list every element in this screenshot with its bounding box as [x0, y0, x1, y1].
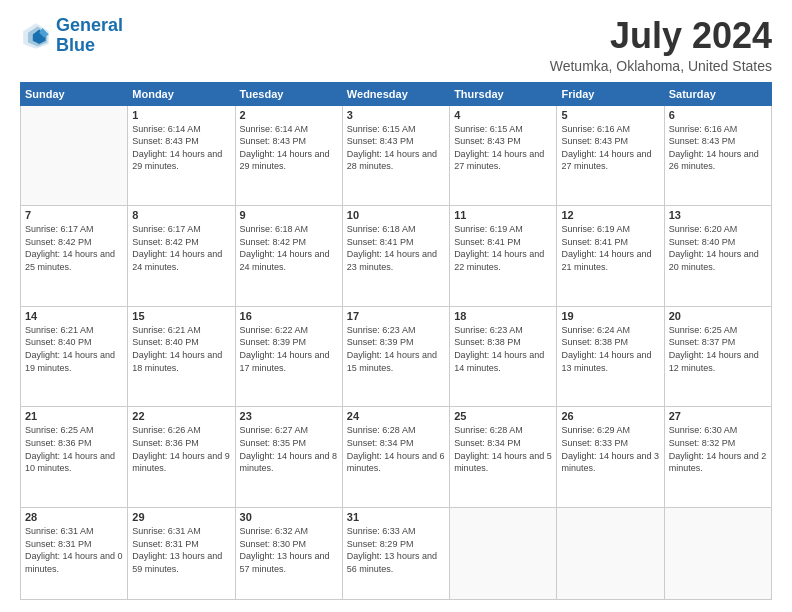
logo-line1: General [56, 15, 123, 35]
day-cell: 15Sunrise: 6:21 AM Sunset: 8:40 PM Dayli… [128, 306, 235, 407]
day-info: Sunrise: 6:16 AM Sunset: 8:43 PM Dayligh… [669, 123, 767, 173]
day-cell: 30Sunrise: 6:32 AM Sunset: 8:30 PM Dayli… [235, 507, 342, 599]
day-cell [450, 507, 557, 599]
header: General Blue July 2024 Wetumka, Oklahoma… [20, 16, 772, 74]
day-info: Sunrise: 6:18 AM Sunset: 8:41 PM Dayligh… [347, 223, 445, 273]
week-row-1: 1Sunrise: 6:14 AM Sunset: 8:43 PM Daylig… [21, 105, 772, 206]
day-cell: 12Sunrise: 6:19 AM Sunset: 8:41 PM Dayli… [557, 206, 664, 307]
day-info: Sunrise: 6:27 AM Sunset: 8:35 PM Dayligh… [240, 424, 338, 474]
col-tuesday: Tuesday [235, 82, 342, 105]
week-row-2: 7Sunrise: 6:17 AM Sunset: 8:42 PM Daylig… [21, 206, 772, 307]
calendar: Sunday Monday Tuesday Wednesday Thursday… [20, 82, 772, 600]
col-saturday: Saturday [664, 82, 771, 105]
day-cell: 10Sunrise: 6:18 AM Sunset: 8:41 PM Dayli… [342, 206, 449, 307]
day-cell: 4Sunrise: 6:15 AM Sunset: 8:43 PM Daylig… [450, 105, 557, 206]
day-cell [557, 507, 664, 599]
day-number: 11 [454, 209, 552, 221]
day-info: Sunrise: 6:32 AM Sunset: 8:30 PM Dayligh… [240, 525, 338, 575]
day-number: 21 [25, 410, 123, 422]
logo-icon [20, 20, 52, 52]
day-number: 31 [347, 511, 445, 523]
day-number: 20 [669, 310, 767, 322]
day-number: 8 [132, 209, 230, 221]
col-thursday: Thursday [450, 82, 557, 105]
day-info: Sunrise: 6:31 AM Sunset: 8:31 PM Dayligh… [25, 525, 123, 575]
day-info: Sunrise: 6:28 AM Sunset: 8:34 PM Dayligh… [454, 424, 552, 474]
col-friday: Friday [557, 82, 664, 105]
day-info: Sunrise: 6:25 AM Sunset: 8:36 PM Dayligh… [25, 424, 123, 474]
day-number: 12 [561, 209, 659, 221]
day-cell: 29Sunrise: 6:31 AM Sunset: 8:31 PM Dayli… [128, 507, 235, 599]
day-cell: 7Sunrise: 6:17 AM Sunset: 8:42 PM Daylig… [21, 206, 128, 307]
day-info: Sunrise: 6:17 AM Sunset: 8:42 PM Dayligh… [132, 223, 230, 273]
day-cell: 8Sunrise: 6:17 AM Sunset: 8:42 PM Daylig… [128, 206, 235, 307]
day-number: 17 [347, 310, 445, 322]
day-number: 24 [347, 410, 445, 422]
day-number: 16 [240, 310, 338, 322]
day-info: Sunrise: 6:23 AM Sunset: 8:38 PM Dayligh… [454, 324, 552, 374]
day-info: Sunrise: 6:14 AM Sunset: 8:43 PM Dayligh… [240, 123, 338, 173]
day-cell: 9Sunrise: 6:18 AM Sunset: 8:42 PM Daylig… [235, 206, 342, 307]
day-cell: 25Sunrise: 6:28 AM Sunset: 8:34 PM Dayli… [450, 407, 557, 508]
subtitle: Wetumka, Oklahoma, United States [550, 58, 772, 74]
day-cell: 5Sunrise: 6:16 AM Sunset: 8:43 PM Daylig… [557, 105, 664, 206]
day-cell: 27Sunrise: 6:30 AM Sunset: 8:32 PM Dayli… [664, 407, 771, 508]
day-cell: 1Sunrise: 6:14 AM Sunset: 8:43 PM Daylig… [128, 105, 235, 206]
day-number: 9 [240, 209, 338, 221]
day-cell: 17Sunrise: 6:23 AM Sunset: 8:39 PM Dayli… [342, 306, 449, 407]
day-number: 27 [669, 410, 767, 422]
day-info: Sunrise: 6:21 AM Sunset: 8:40 PM Dayligh… [132, 324, 230, 374]
col-monday: Monday [128, 82, 235, 105]
day-cell: 26Sunrise: 6:29 AM Sunset: 8:33 PM Dayli… [557, 407, 664, 508]
week-row-3: 14Sunrise: 6:21 AM Sunset: 8:40 PM Dayli… [21, 306, 772, 407]
page: General Blue July 2024 Wetumka, Oklahoma… [0, 0, 792, 612]
day-info: Sunrise: 6:30 AM Sunset: 8:32 PM Dayligh… [669, 424, 767, 474]
day-cell: 13Sunrise: 6:20 AM Sunset: 8:40 PM Dayli… [664, 206, 771, 307]
calendar-header-row: Sunday Monday Tuesday Wednesday Thursday… [21, 82, 772, 105]
col-wednesday: Wednesday [342, 82, 449, 105]
logo: General Blue [20, 16, 123, 56]
day-info: Sunrise: 6:15 AM Sunset: 8:43 PM Dayligh… [454, 123, 552, 173]
day-info: Sunrise: 6:17 AM Sunset: 8:42 PM Dayligh… [25, 223, 123, 273]
day-info: Sunrise: 6:31 AM Sunset: 8:31 PM Dayligh… [132, 525, 230, 575]
day-cell: 19Sunrise: 6:24 AM Sunset: 8:38 PM Dayli… [557, 306, 664, 407]
day-info: Sunrise: 6:23 AM Sunset: 8:39 PM Dayligh… [347, 324, 445, 374]
day-number: 2 [240, 109, 338, 121]
day-number: 29 [132, 511, 230, 523]
main-title: July 2024 [550, 16, 772, 56]
title-block: July 2024 Wetumka, Oklahoma, United Stat… [550, 16, 772, 74]
day-info: Sunrise: 6:28 AM Sunset: 8:34 PM Dayligh… [347, 424, 445, 474]
day-number: 28 [25, 511, 123, 523]
day-info: Sunrise: 6:33 AM Sunset: 8:29 PM Dayligh… [347, 525, 445, 575]
day-info: Sunrise: 6:19 AM Sunset: 8:41 PM Dayligh… [561, 223, 659, 273]
day-number: 19 [561, 310, 659, 322]
day-number: 26 [561, 410, 659, 422]
day-info: Sunrise: 6:20 AM Sunset: 8:40 PM Dayligh… [669, 223, 767, 273]
day-number: 10 [347, 209, 445, 221]
day-number: 14 [25, 310, 123, 322]
logo-text: General Blue [56, 16, 123, 56]
logo-line2: Blue [56, 36, 123, 56]
day-info: Sunrise: 6:22 AM Sunset: 8:39 PM Dayligh… [240, 324, 338, 374]
day-number: 3 [347, 109, 445, 121]
day-info: Sunrise: 6:14 AM Sunset: 8:43 PM Dayligh… [132, 123, 230, 173]
day-cell: 14Sunrise: 6:21 AM Sunset: 8:40 PM Dayli… [21, 306, 128, 407]
day-cell: 18Sunrise: 6:23 AM Sunset: 8:38 PM Dayli… [450, 306, 557, 407]
day-cell [664, 507, 771, 599]
day-info: Sunrise: 6:24 AM Sunset: 8:38 PM Dayligh… [561, 324, 659, 374]
day-number: 23 [240, 410, 338, 422]
day-cell: 28Sunrise: 6:31 AM Sunset: 8:31 PM Dayli… [21, 507, 128, 599]
day-cell: 11Sunrise: 6:19 AM Sunset: 8:41 PM Dayli… [450, 206, 557, 307]
day-cell: 3Sunrise: 6:15 AM Sunset: 8:43 PM Daylig… [342, 105, 449, 206]
day-info: Sunrise: 6:26 AM Sunset: 8:36 PM Dayligh… [132, 424, 230, 474]
day-cell: 31Sunrise: 6:33 AM Sunset: 8:29 PM Dayli… [342, 507, 449, 599]
day-number: 13 [669, 209, 767, 221]
day-info: Sunrise: 6:25 AM Sunset: 8:37 PM Dayligh… [669, 324, 767, 374]
day-info: Sunrise: 6:18 AM Sunset: 8:42 PM Dayligh… [240, 223, 338, 273]
day-number: 7 [25, 209, 123, 221]
day-cell: 21Sunrise: 6:25 AM Sunset: 8:36 PM Dayli… [21, 407, 128, 508]
week-row-4: 21Sunrise: 6:25 AM Sunset: 8:36 PM Dayli… [21, 407, 772, 508]
week-row-5: 28Sunrise: 6:31 AM Sunset: 8:31 PM Dayli… [21, 507, 772, 599]
day-number: 15 [132, 310, 230, 322]
day-cell: 23Sunrise: 6:27 AM Sunset: 8:35 PM Dayli… [235, 407, 342, 508]
